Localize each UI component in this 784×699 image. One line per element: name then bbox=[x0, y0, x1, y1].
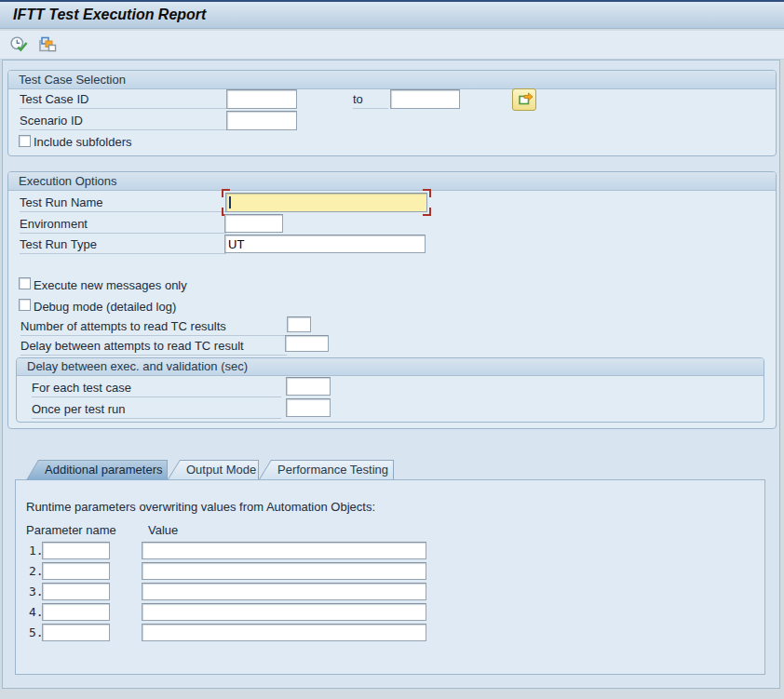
multiple-selection-arrow-icon bbox=[519, 95, 534, 109]
runtime-parameters-description: Runtime parameters overwriting values fr… bbox=[26, 499, 375, 516]
group-delay-validation: Delay between exec. and validation (sec)… bbox=[16, 357, 764, 423]
test-run-type-input[interactable] bbox=[224, 235, 426, 253]
parameter-name-input-2[interactable] bbox=[42, 562, 110, 580]
parameter-name-input-4[interactable] bbox=[42, 603, 110, 621]
tab-label: Output Mode bbox=[186, 460, 253, 479]
delay-attempts-input[interactable] bbox=[285, 335, 329, 352]
group-test-case-selection: Test Case Selection Test Case ID to Scen… bbox=[7, 70, 777, 156]
window-bottom-edge bbox=[0, 690, 784, 699]
title-bar: IFTT Test Execution Report bbox=[0, 0, 784, 29]
tab-performance-testing[interactable]: Performance Testing bbox=[259, 460, 394, 479]
parameter-value-input-2[interactable] bbox=[142, 562, 426, 580]
environment-label: Environment bbox=[20, 215, 226, 234]
tab-label: Additional parameters bbox=[45, 460, 162, 479]
scenario-id-label: Scenario ID bbox=[20, 112, 226, 130]
execute-new-messages-label: Execute new messages only bbox=[34, 276, 187, 294]
parameter-value-input-3[interactable] bbox=[142, 583, 426, 600]
group-caption: Test Case Selection bbox=[8, 71, 776, 89]
get-variant-button[interactable] bbox=[34, 34, 58, 57]
parameter-value-input-5[interactable] bbox=[142, 624, 426, 641]
execute-icon bbox=[9, 43, 28, 57]
parameter-name-input-3[interactable] bbox=[42, 583, 110, 600]
for-each-test-case-input[interactable] bbox=[286, 377, 331, 396]
value-header: Value bbox=[148, 522, 178, 539]
parameter-value-input-1[interactable] bbox=[142, 542, 426, 559]
group-execution-options: Execution Options Test Run Name Environm… bbox=[7, 171, 777, 429]
parameter-name-input-5[interactable] bbox=[42, 624, 110, 641]
group-caption: Execution Options bbox=[8, 172, 776, 191]
once-per-test-run-input[interactable] bbox=[286, 398, 331, 417]
to-label: to bbox=[353, 90, 388, 109]
environment-input[interactable] bbox=[224, 214, 283, 233]
sap-gui-window: IFTT Test Execution Report bbox=[0, 0, 784, 699]
scenario-id-input[interactable] bbox=[226, 111, 297, 130]
test-case-id-to-input[interactable] bbox=[390, 89, 460, 109]
tab-output-mode[interactable]: Output Mode bbox=[168, 460, 259, 479]
tab-label: Performance Testing bbox=[277, 460, 388, 479]
test-run-name-label: Test Run Name bbox=[20, 194, 226, 212]
once-per-test-run-label: Once per test run bbox=[32, 400, 281, 419]
attempts-label: Number of attempts to read TC results bbox=[20, 317, 287, 336]
delay-attempts-label: Delay between attempts to read TC result bbox=[20, 337, 287, 356]
multiple-selection-button[interactable] bbox=[512, 88, 536, 111]
text-cursor bbox=[229, 196, 231, 208]
debug-mode-checkbox[interactable] bbox=[19, 299, 31, 311]
tab-additional-parameters[interactable]: Additional parameters bbox=[26, 460, 168, 480]
include-subfolders-label: Include subfolders bbox=[34, 133, 132, 151]
execute-new-messages-checkbox[interactable] bbox=[19, 277, 31, 289]
page-title: IFTT Test Execution Report bbox=[13, 7, 206, 23]
test-case-id-from-input[interactable] bbox=[226, 89, 297, 109]
parameter-value-input-4[interactable] bbox=[142, 603, 426, 621]
attempts-input[interactable] bbox=[287, 316, 311, 332]
parameter-name-input-1[interactable] bbox=[42, 542, 110, 559]
execute-button[interactable] bbox=[7, 34, 31, 57]
parameter-name-header: Parameter name bbox=[26, 522, 116, 539]
include-subfolders-checkbox[interactable] bbox=[19, 135, 31, 147]
tabpanel-additional-parameters: Runtime parameters overwriting values fr… bbox=[15, 479, 765, 675]
test-run-type-label: Test Run Type bbox=[20, 235, 226, 254]
group-caption: Delay between exec. and validation (sec) bbox=[17, 358, 764, 376]
debug-mode-label: Debug mode (detailed log) bbox=[34, 298, 176, 316]
get-variant-icon bbox=[36, 43, 57, 57]
test-case-id-label: Test Case ID bbox=[20, 90, 226, 109]
application-toolbar bbox=[0, 31, 784, 60]
for-each-test-case-label: For each test case bbox=[32, 379, 281, 397]
test-run-name-input[interactable] bbox=[225, 193, 427, 212]
